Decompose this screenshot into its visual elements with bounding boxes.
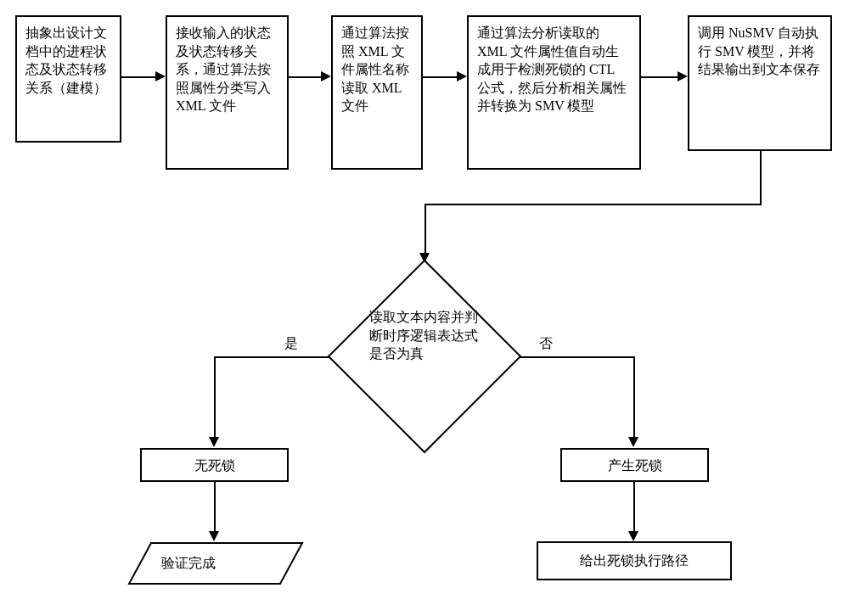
arrow [633,482,635,531]
result-verify-complete: 验证完成 [127,541,304,585]
arrow [760,151,762,204]
result-deadlock-path: 给出死锁执行路径 [537,541,732,580]
result-has-deadlock: 产生死锁 [560,448,709,482]
arrow [121,76,155,78]
arrow [214,482,216,531]
step-read-xml: 通过算法按照 XML 文件属性名称读取 XML 文件 [331,15,423,170]
step-generate-ctl-smv: 通过算法分析读取的 XML 文件属性值自动生成用于检测死锁的 CTL 公式，然后… [467,15,641,170]
arrow-head-icon [321,71,331,81]
text: 抽象出设计文档中的进程状态及状态转移关系（建模） [25,25,107,95]
arrow-head-icon [457,71,467,81]
text: 无死锁 [194,458,235,473]
arrow-head-icon [678,71,688,81]
arrow [520,356,635,358]
arrow [641,76,678,78]
arrow-head-icon [209,437,219,447]
decision-text: 读取文本内容并判断时序逻辑表达式是否为真 [369,308,480,363]
arrow-head-icon [155,71,166,81]
arrow [423,76,457,78]
step-write-xml: 接收输入的状态及状态转移关系，通过算法按照属性分类写入 XML 文件 [166,15,289,170]
svg-marker-1 [129,543,302,584]
text: 通过算法按照 XML 文件属性名称读取 XML 文件 [341,25,409,113]
label-no: 否 [539,335,553,353]
label-yes: 是 [284,335,298,353]
text: 调用 NuSMV 自动执行 SMV 模型，并将结果输出到文本保存 [698,25,820,76]
step-run-nusmv: 调用 NuSMV 自动执行 SMV 模型，并将结果输出到文本保存 [688,15,832,151]
arrow [289,76,321,78]
arrow [214,356,216,437]
text: 通过算法分析读取的 XML 文件属性值自动生成用于检测死锁的 CTL 公式，然后… [477,25,627,113]
arrow-head-icon [628,437,638,447]
arrow [424,204,762,205]
decision-expression-true: 读取文本内容并判断时序逻辑表达式是否为真 [327,259,522,454]
text: 给出死锁执行路径 [580,553,689,568]
step-abstract-model: 抽象出设计文档中的进程状态及状态转移关系（建模） [15,15,121,143]
text: 产生死锁 [608,458,662,473]
arrow [424,204,426,253]
arrow-head-icon [628,531,638,541]
text: 接收输入的状态及状态转移关系，通过算法按照属性分类写入 XML 文件 [176,25,271,113]
text: 验证完成 [161,555,216,573]
arrow [214,356,329,358]
arrow-head-icon [209,531,219,541]
arrow [633,356,635,437]
result-no-deadlock: 无死锁 [140,448,289,482]
